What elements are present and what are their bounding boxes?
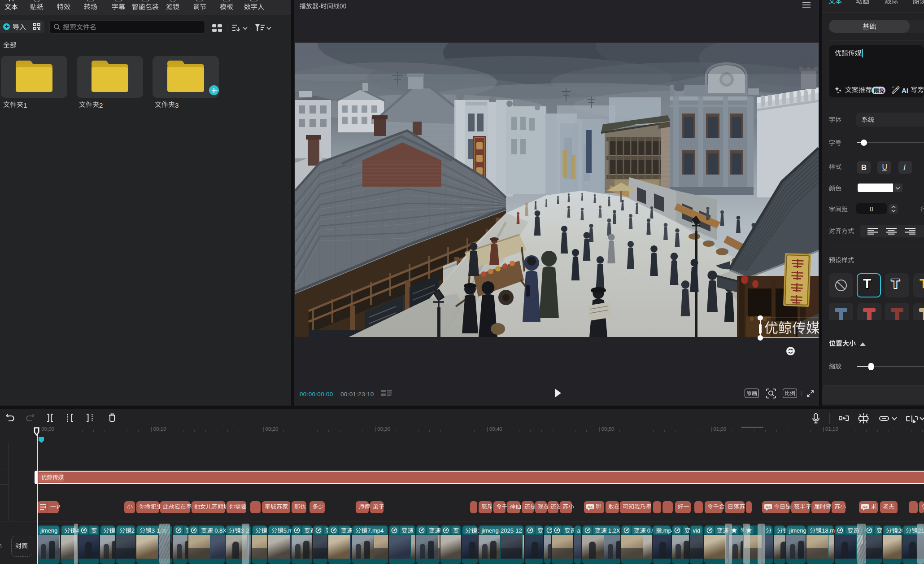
svg-text:Aa: Aa bbox=[863, 505, 868, 509]
svg-text:Aa: Aa bbox=[766, 505, 771, 509]
svg-text:Aa: Aa bbox=[588, 505, 593, 509]
